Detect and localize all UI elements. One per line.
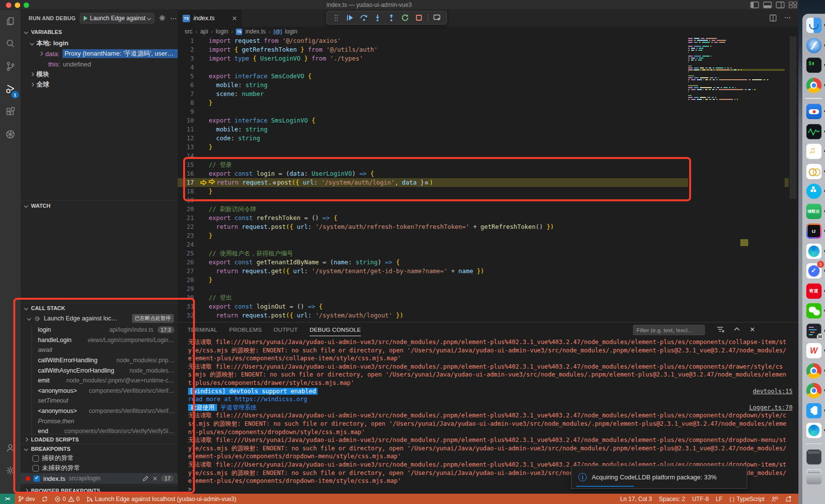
openai-extension-icon[interactable] — [0, 123, 21, 146]
variable-row-data[interactable]: data: Proxy {tenantName: '芋道源码', usernam… — [21, 49, 178, 59]
stack-frame[interactable]: callWithErrorHandlingnode_modules/.pnp… — [32, 355, 174, 366]
dock-item-activity-monitor[interactable] — [806, 124, 822, 139]
dock-item-edge[interactable] — [806, 244, 822, 259]
language-mode-item[interactable]: { }TypeScript — [726, 496, 768, 503]
stack-frame[interactable]: <anonymous>components/Verifition/src/Ver… — [32, 386, 174, 396]
dock-item-chrome[interactable] — [806, 363, 822, 378]
checkbox-unchecked[interactable] — [32, 455, 39, 462]
dock-item-docker[interactable] — [806, 184, 822, 199]
dock-item-terminal[interactable] — [806, 58, 822, 73]
remove-breakpoint-icon[interactable]: ✕ — [152, 475, 158, 482]
dock-item-vscode[interactable] — [806, 403, 822, 418]
breakpoints-section-header[interactable]: BREAKPOINTS — [21, 443, 178, 453]
console-filter-input[interactable] — [633, 325, 705, 335]
step-into-button[interactable] — [372, 12, 383, 23]
eol-item[interactable]: LF — [712, 496, 726, 503]
close-panel-icon[interactable]: ✕ — [750, 326, 755, 333]
debug-session-row[interactable]: Launch Edge against localhost... 已在断点处暂停 — [21, 314, 178, 323]
tab-debug-console[interactable]: DEBUG CONSOLE — [310, 324, 361, 336]
remote-indicator[interactable]: >< — [0, 494, 15, 504]
stack-frame[interactable]: callWithAsyncErrorHandlingnode_modules… — [32, 365, 174, 376]
accounts-icon[interactable] — [0, 437, 21, 459]
console-source-link[interactable]: Logger.ts:70 — [749, 404, 793, 412]
dock-item-compass[interactable] — [806, 38, 822, 53]
dock-item-wechat[interactable] — [806, 303, 822, 318]
debug-target-item[interactable]: Launch Edge against localhost (yudao-ui-… — [83, 496, 240, 503]
dock-item-chrome[interactable] — [806, 78, 822, 93]
browser-breakpoints-section-header[interactable]: BROWSER BREAKPOINTS — [21, 485, 178, 494]
restart-button[interactable] — [399, 12, 411, 23]
launch-configuration-dropdown[interactable]: Launch Edge against — [80, 13, 155, 24]
dock-item-qq-music[interactable] — [806, 144, 822, 159]
variables-group-global[interactable]: 全球 — [21, 80, 178, 90]
tab-terminal[interactable]: TERMINAL — [188, 324, 218, 336]
editor-scrollbar[interactable] — [789, 36, 798, 322]
stack-frame[interactable]: loginapi/login/index.ts17:3 — [32, 325, 174, 335]
dock-item-cloud-sync[interactable] — [806, 104, 822, 119]
step-over-button[interactable] — [358, 12, 370, 23]
close-tab-icon[interactable]: ✕ — [232, 15, 237, 22]
views-more-actions-icon[interactable]: ⋯ — [170, 14, 177, 22]
dock-item-window-thumbnail[interactable] — [806, 449, 822, 465]
minimize-window-button[interactable] — [15, 2, 20, 8]
checkbox-checked[interactable] — [33, 475, 40, 482]
file-breakpoint-row[interactable]: index.ts src/api/login ✕ 17 — [21, 473, 178, 484]
filter-icon[interactable] — [717, 326, 725, 333]
dock-item-youdao[interactable]: 有道 — [806, 284, 822, 299]
run-and-debug-icon[interactable]: 1 — [0, 78, 21, 100]
customize-layout-icon[interactable] — [789, 1, 798, 8]
tab-index-ts[interactable]: TS index.ts ✕ — [178, 10, 243, 27]
source-control-icon[interactable] — [0, 55, 21, 78]
toolbar-drag-grip-icon[interactable] — [330, 12, 342, 23]
breadcrumb-src[interactable]: src — [185, 28, 192, 35]
toggle-secondary-sidebar-icon[interactable] — [776, 1, 786, 8]
variables-section-header[interactable]: VARIABLES — [21, 27, 178, 37]
debug-settings-gear-icon[interactable] — [159, 14, 166, 22]
breadcrumb-login[interactable]: login — [216, 28, 228, 35]
breadcrumb-symbol-login[interactable]: login — [285, 28, 297, 35]
dock-item-rings[interactable] — [806, 164, 822, 179]
toggle-primary-sidebar-icon[interactable] — [750, 1, 760, 8]
variables-group-modules[interactable]: 模块 — [21, 69, 178, 79]
encoding-item[interactable]: UTF-8 — [689, 496, 712, 503]
indentation-item[interactable]: Spaces: 2 — [656, 496, 689, 503]
step-out-button[interactable] — [385, 12, 397, 23]
checkbox-unchecked[interactable] — [32, 465, 39, 472]
minimap[interactable] — [688, 37, 785, 313]
stack-frame[interactable]: setTimeout — [32, 396, 174, 406]
tab-problems[interactable]: PROBLEMS — [229, 324, 262, 336]
dock-item-lvlian-cloud[interactable]: 绿联云 — [806, 204, 822, 219]
dock-item-ticktick[interactable]: 3 — [806, 263, 822, 279]
stack-frame[interactable]: await — [32, 345, 174, 355]
variables-scope-row[interactable]: 本地: login — [21, 38, 178, 48]
notifications-bell-icon[interactable] — [782, 496, 798, 502]
sync-changes-item[interactable] — [38, 496, 51, 502]
tab-output[interactable]: OUTPUT — [274, 324, 298, 336]
inspect-page-button[interactable] — [431, 12, 443, 23]
stack-frame[interactable]: handleLoginviews/Login/components/Login… — [32, 335, 174, 346]
git-branch-item[interactable]: dev — [15, 496, 38, 503]
breadcrumb-api[interactable]: api — [200, 28, 208, 35]
dock-item-intellij-idea[interactable]: IJ — [806, 223, 822, 239]
breadcrumb-file[interactable]: index.ts — [245, 28, 265, 35]
settings-gear-icon[interactable] — [0, 459, 21, 482]
dock-item-chrome[interactable] — [806, 383, 822, 398]
feedback-icon[interactable] — [768, 496, 782, 502]
breakpoint-uncaught-exceptions[interactable]: 未捕获的异常 — [21, 463, 178, 473]
stack-frame[interactable]: <anonymous>components/Verifition/src/Ver… — [32, 406, 174, 416]
dock-item-wps[interactable]: W — [806, 343, 822, 358]
loaded-scripts-section-header[interactable]: LOADED SCRIPTS — [21, 434, 178, 444]
dock-item-edge[interactable] — [806, 423, 822, 438]
stop-button[interactable] — [413, 12, 425, 23]
close-window-button[interactable] — [6, 2, 11, 8]
dock-item-finder[interactable] — [806, 18, 822, 33]
console-source-link[interactable]: devtools:15 — [753, 387, 793, 396]
stack-frame[interactable]: Promise.then — [32, 416, 174, 426]
dock-item-trash[interactable] — [806, 469, 822, 484]
explorer-icon[interactable] — [0, 10, 21, 32]
editor-more-actions-icon[interactable]: ⋯ — [784, 13, 792, 21]
extensions-icon[interactable] — [0, 100, 21, 123]
collapse-panel-icon[interactable] — [733, 326, 740, 333]
dock-item-code-window[interactable]: M — [806, 323, 822, 339]
search-icon[interactable] — [0, 32, 21, 55]
